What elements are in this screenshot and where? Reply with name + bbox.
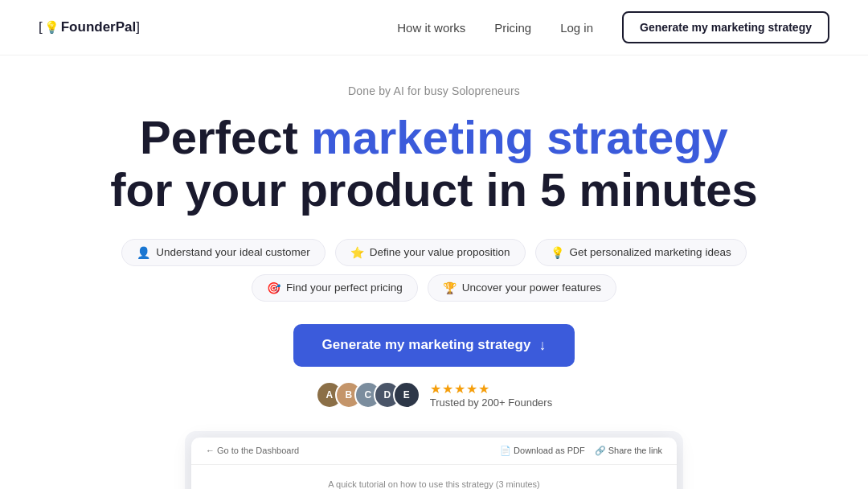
preview-body: A quick tutorial on how to use this stra…: [191, 465, 677, 489]
trust-text: ★★★★★ Trusted by 200+ Founders: [430, 381, 552, 409]
avatar-group: A B C D E: [316, 381, 420, 409]
navbar: [ 💡 FounderPal ] How it works Pricing Lo…: [0, 0, 868, 55]
nav-cta-button[interactable]: Generate my marketing strategy: [622, 11, 829, 43]
pills-row-2: 🎯 Find your perfect pricing 🏆 Uncover yo…: [252, 274, 616, 302]
pill-pricing-label: Find your perfect pricing: [286, 281, 403, 294]
cta-arrow-icon: ↓: [538, 337, 546, 354]
pill-marketing-label: Get personalized marketing ideas: [570, 246, 731, 258]
feature-pills: 👤 Understand your ideal customer ⭐ Defin…: [121, 239, 746, 302]
target-icon: 🎯: [267, 281, 280, 294]
nav-pricing[interactable]: Pricing: [494, 21, 531, 35]
hero-title-accent: marketing strategy: [311, 111, 728, 163]
logo-bracket-open: [: [39, 19, 43, 35]
nav-how-it-works[interactable]: How it works: [397, 21, 465, 35]
hero-section: Done by AI for busy Solopreneurs Perfect…: [0, 55, 868, 489]
download-icon: 📄: [500, 446, 511, 456]
hero-title-part2: for your product in 5 minutes: [110, 163, 758, 216]
preview-back-link[interactable]: ← Go to the Dashboard: [206, 446, 299, 455]
preview-download-btn[interactable]: 📄 Download as PDF: [500, 446, 585, 456]
star-rating: ★★★★★: [430, 381, 490, 397]
trust-label: Trusted by 200+ Founders: [430, 397, 552, 409]
logo-bulb-icon: 💡: [44, 20, 59, 35]
cta-label: Generate my marketing strategy: [322, 337, 531, 353]
preview-window: ← Go to the Dashboard 📄 Download as PDF …: [191, 438, 677, 489]
share-icon: 🔗: [595, 446, 606, 456]
bulb-icon: 💡: [551, 246, 564, 259]
hero-title-part1: Perfect: [140, 111, 311, 163]
logo-bracket-close: ]: [136, 19, 140, 35]
hero-cta-button[interactable]: Generate my marketing strategy ↓: [293, 324, 575, 367]
pill-marketing-ideas: 💡 Get personalized marketing ideas: [535, 239, 747, 266]
nav-links: How it works Pricing Log in Generate my …: [397, 11, 829, 43]
nav-login[interactable]: Log in: [560, 21, 593, 35]
share-label: Share the link: [608, 446, 662, 455]
preview-actions: 📄 Download as PDF 🔗 Share the link: [500, 446, 662, 456]
pill-understand-label: Understand your ideal customer: [156, 246, 309, 258]
download-label: Download as PDF: [514, 446, 585, 455]
preview-toolbar: ← Go to the Dashboard 📄 Download as PDF …: [191, 438, 677, 465]
logo[interactable]: [ 💡 FounderPal ]: [39, 19, 140, 35]
preview-share-btn[interactable]: 🔗 Share the link: [595, 446, 662, 456]
avatar-5: E: [393, 381, 420, 409]
preview-tutorial-text: A quick tutorial on how to use this stra…: [211, 479, 657, 489]
pill-value-label: Define your value proposition: [370, 246, 510, 258]
pill-pricing: 🎯 Find your perfect pricing: [252, 274, 418, 302]
pill-power-label: Uncover your power features: [462, 281, 601, 294]
star-icon: ⭐: [350, 246, 364, 259]
trust-row: A B C D E ★★★★★ Trusted by 200+ Founders: [316, 381, 552, 409]
hero-title: Perfect marketing strategy for your prod…: [110, 112, 758, 216]
person-icon: 👤: [137, 246, 150, 259]
pill-value-prop: ⭐ Define your value proposition: [335, 239, 526, 266]
trophy-icon: 🏆: [443, 281, 457, 294]
pills-row-1: 👤 Understand your ideal customer ⭐ Defin…: [121, 239, 746, 266]
hero-subtitle: Done by AI for busy Solopreneurs: [348, 84, 520, 97]
preview-wrapper: ← Go to the Dashboard 📄 Download as PDF …: [185, 431, 683, 489]
pill-power-features: 🏆 Uncover your power features: [428, 274, 616, 302]
logo-name: FounderPal: [61, 19, 137, 35]
pill-understand-customer: 👤 Understand your ideal customer: [121, 239, 325, 266]
